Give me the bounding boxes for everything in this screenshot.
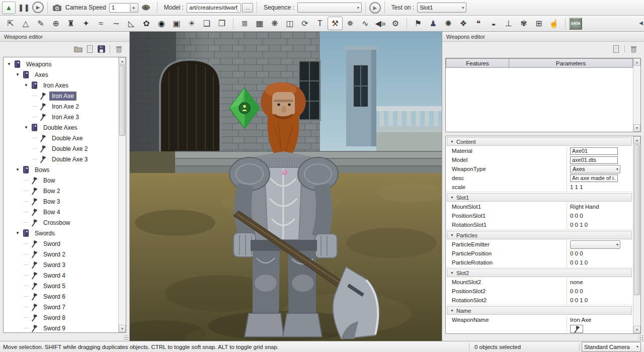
datatable-icon[interactable]: ▦ [252,17,267,30]
shirt-icon[interactable]: T [312,17,328,30]
layout-columns-button[interactable]: ❚❚ [17,2,31,14]
tree-item-sword-9[interactable]: Sword 9 [4,323,118,332]
scroll-down-icon[interactable]: ▼ [633,124,640,132]
tree-item-double-axe-2[interactable]: Double Axe 2 [4,143,118,154]
camera-speed-stepper[interactable]: ▸ [109,3,138,13]
delete-icon[interactable] [114,44,123,53]
camera-speed-input[interactable] [109,3,130,13]
particleemitter-select[interactable]: ▾ [570,240,620,249]
solid-cube-icon[interactable]: ❑ [199,17,214,30]
gears-icon[interactable]: ⚙ [388,17,403,30]
section-header-content[interactable]: ▼Content [447,137,632,146]
terrain-paint-icon[interactable]: ✎ [33,17,48,30]
wire-cube-icon[interactable]: ❒ [214,17,229,30]
weapon-axe-button[interactable] [570,325,583,333]
open-folder-icon[interactable] [73,44,83,53]
globe-icon[interactable]: ⊕ [48,17,63,30]
tree-item-bow-3[interactable]: Bow 3 [4,196,118,207]
tree-item-double-axe-3[interactable]: Double Axe 3 [4,154,118,164]
tree-item-bow-4[interactable]: Bow 4 [4,207,118,217]
axe-editor-icon[interactable]: ⚒ [328,17,343,30]
data-button[interactable]: DATA [569,18,582,30]
weapontype-select[interactable]: Axes▾ [570,165,620,173]
desc-input[interactable] [570,174,618,182]
viewport-3d[interactable] [130,32,442,341]
tree-item-iron-axes[interactable]: ▼Iron Axes [4,80,118,91]
scroll-down-icon[interactable]: ▼ [633,326,640,333]
comet-brush-icon[interactable]: ✦ [78,17,94,30]
thumbs-up-icon[interactable]: ☝ [546,17,561,30]
scene-landscape-button[interactable]: ▲ [2,2,16,14]
ramp-tool-icon[interactable]: ◺ [124,17,139,30]
water-tool-icon[interactable]: ≈ [94,17,109,30]
tree-item-sword-7[interactable]: Sword 7 [4,302,118,312]
delete-icon[interactable] [629,44,638,53]
tree-item-sword[interactable]: Sword [4,238,118,249]
tree-item-bow[interactable]: Bow [4,175,118,186]
tree-item-sword-2[interactable]: Sword 2 [4,249,118,259]
tree-item-double-axe[interactable]: Double Axe [4,133,118,143]
chat-bubble-icon[interactable]: ❝ [471,17,486,30]
scroll-down-icon[interactable]: ▼ [119,325,126,332]
tree-item-crossbow[interactable]: Crossbow [4,217,118,228]
expander-icon[interactable]: ▼ [24,125,29,130]
model-path-input[interactable] [187,3,241,13]
eye-icon[interactable] [141,3,150,12]
scroll-thumb[interactable] [119,65,125,136]
sun-icon[interactable]: ☀ [184,17,199,30]
tree-scrollbar[interactable]: ▲ ▼ [118,57,126,332]
test-on-select[interactable]: Slot1 ▾ [417,3,466,13]
resize-grip[interactable] [638,335,643,340]
tree-item-sword-8[interactable]: Sword 8 [4,312,118,323]
foliage-tool-icon[interactable]: ✿ [139,17,154,30]
browse-model-button[interactable]: ... [242,3,253,13]
timer-icon[interactable]: ⟳ [297,17,312,30]
marquee-select-icon[interactable]: ▣ [169,17,184,30]
anvil-icon[interactable]: ⊥ [501,17,516,30]
expander-icon[interactable]: ▼ [15,231,20,235]
camera-icon[interactable] [52,3,61,12]
wheel-icon[interactable]: ❋ [267,17,282,30]
award-icon[interactable]: ✾ [516,17,531,30]
tree-item-double-axes[interactable]: ▼Double Axes [4,122,118,133]
calendar-icon[interactable]: ⊞ [531,17,546,30]
new-document-icon[interactable] [611,44,620,53]
section-header-slot1[interactable]: ▼Slot1 [447,193,632,202]
tree-item-sword-5[interactable]: Sword 5 [4,281,118,291]
stamp-tool-icon[interactable]: ♜ [63,17,78,30]
model-input[interactable] [570,156,618,164]
resize-grip[interactable] [124,335,129,340]
tree-item-iron-axe[interactable]: Iron Axe [4,91,118,101]
book-icon[interactable]: ◫ [282,17,297,30]
tree-item-iron-axe-2[interactable]: Iron Axe 2 [4,101,118,112]
scroll-up-icon[interactable]: ▲ [633,58,640,66]
new-document-icon[interactable] [85,44,94,53]
tree-item-swords[interactable]: ▼Swords [4,228,118,238]
database-icon[interactable]: ◒ [486,17,501,30]
section-header-particles[interactable]: ▼Particles [447,231,632,239]
tree-item-bows[interactable]: ▼Bows [4,164,118,175]
axis-tool-icon[interactable]: ⇱ [3,17,18,30]
speaker-icon[interactable]: ◀» [373,17,388,30]
section-header-slot2[interactable]: ▼Slot2 [447,269,632,277]
material-input[interactable] [570,147,618,155]
scroll-up-icon[interactable]: ▲ [633,136,640,144]
camera-mode-select[interactable]: Standard Camera ▾ [582,342,641,352]
tree-item-bow-2[interactable]: Bow 2 [4,186,118,196]
tree-item-sword-6[interactable]: Sword 6 [4,291,118,302]
mixer-sliders-icon[interactable]: ≣ [237,17,252,30]
features-table-body[interactable] [446,68,633,132]
scroll-up-icon[interactable]: ▲ [119,57,126,65]
expander-icon[interactable]: ▼ [24,83,29,87]
toolbar-scroll-left-icon[interactable]: ◀ [639,20,643,26]
play-scene-button[interactable]: ▶ [32,2,44,13]
play-sequence-button[interactable]: ▶ [369,2,381,14]
tree-item-sword-3[interactable]: Sword 3 [4,259,118,270]
pulse-icon[interactable]: ∿ [358,17,373,30]
column-header-parameters[interactable]: Parameters [509,58,633,68]
tree-item-sword-4[interactable]: Sword 4 [4,270,118,281]
bug-icon[interactable]: ✺ [441,17,456,30]
network-icon[interactable]: ❖ [456,17,471,30]
column-header-features[interactable]: Features [446,58,509,68]
road-tool-icon[interactable]: ∼ [109,17,124,30]
